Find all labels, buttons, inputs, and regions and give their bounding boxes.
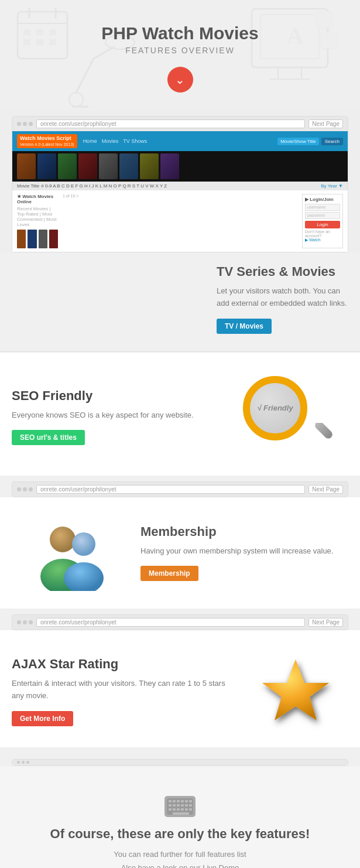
- svg-rect-42: [189, 804, 192, 807]
- mem-dot-2: [23, 487, 27, 491]
- wm-nav: Watch Movies ScriptVersion 4.0 (Latest N…: [12, 131, 348, 151]
- login-title: ▶ Login/Join: [305, 197, 340, 202]
- nav-tvshows: TV Shows: [123, 138, 147, 144]
- alphabet-filter: By Year ▼: [321, 183, 343, 189]
- ajax-image: [243, 654, 348, 730]
- svg-rect-44: [173, 808, 176, 811]
- membership-next-page: Next Page: [308, 485, 343, 494]
- svg-rect-31: [169, 800, 172, 802]
- ajax-browser-bar: onrete.com/user/prophilonyet Next Page: [12, 615, 348, 630]
- watch-link: ▶ Watch: [305, 238, 340, 242]
- movie-thumb-7: [140, 153, 159, 179]
- membership-browser-mockup: onrete.com/user/prophilonyet Next Page: [12, 481, 348, 497]
- svg-point-10: [69, 93, 83, 107]
- svg-rect-49: [173, 812, 189, 815]
- password-field: password: [305, 212, 340, 219]
- ajax-dot-3: [29, 620, 33, 624]
- wm-search-btn: Search: [321, 138, 343, 145]
- browser-dot-1: [17, 122, 21, 126]
- membership-browser-url: onrete.com/user/prophilonyet: [36, 485, 305, 494]
- membership-text: Membership Having your own membership sy…: [140, 524, 348, 582]
- mem-dot-1: [17, 487, 21, 491]
- username-field: username: [305, 204, 340, 211]
- svg-rect-40: [181, 804, 184, 807]
- keyboard-icon: [164, 795, 196, 818]
- svg-point-24: [50, 527, 76, 552]
- login-box: ▶ Login/Join username password Login Don…: [302, 194, 343, 248]
- browser-bottom-area: ★ Watch Movies Online Recent Movies | To…: [12, 190, 348, 252]
- browser-next-page: Next Page: [308, 119, 343, 128]
- magnifier-text: √ Friendly: [257, 404, 293, 412]
- browser-url-bar: onrete.com/user/prophilonyet: [36, 119, 305, 128]
- membership-section: Membership Having your own membership sy…: [0, 497, 360, 609]
- small-thumb-3: [39, 230, 47, 248]
- nav-home: Home: [83, 138, 97, 144]
- alphabet-chars: # 0-9 A B C D E F G H I J K L M N O P Q …: [41, 183, 167, 189]
- mem-dot-3: [29, 487, 33, 491]
- membership-browser-band: onrete.com/user/prophilonyet Next Page: [0, 476, 360, 497]
- tv-browser-mockup: onrete.com/user/prophilonyet Next Page W…: [12, 116, 348, 252]
- browser-main: 1 of 10 >: [63, 194, 297, 248]
- movie-thumb-4: [78, 153, 97, 179]
- ajax-dot-1: [17, 620, 21, 624]
- svg-marker-28: [262, 659, 329, 720]
- membership-button[interactable]: Membership: [140, 566, 198, 581]
- membership-image: [12, 515, 129, 591]
- footer-line1: You can read further for full features l…: [12, 848, 348, 861]
- svg-rect-34: [181, 800, 184, 802]
- recent-movies-label: Recent Movies | Top Rated | Most Comment…: [17, 206, 58, 227]
- ajax-dot-2: [23, 620, 27, 624]
- movie-thumb-8: [160, 153, 179, 179]
- seo-title: SEO Friendly: [12, 388, 220, 404]
- wm-search-area: Movie/Show Title Search: [277, 138, 343, 145]
- f-dot-2: [22, 761, 25, 764]
- svg-rect-38: [173, 804, 176, 807]
- ajax-section: AJAX Star Rating Entertain & interact wi…: [0, 630, 360, 747]
- footer-dots: [17, 761, 29, 764]
- scroll-down-button[interactable]: ⌄: [167, 67, 193, 93]
- get-more-info-button[interactable]: Get More Info: [12, 711, 73, 726]
- tv-movies-button[interactable]: TV / Movies: [217, 319, 272, 334]
- svg-rect-43: [169, 808, 172, 811]
- ajax-browser-band: onrete.com/user/prophilonyet Next Page: [0, 609, 360, 630]
- svg-rect-37: [169, 804, 172, 807]
- ajax-next-page: Next Page: [308, 618, 343, 627]
- svg-point-26: [72, 532, 95, 556]
- seo-image: √ Friendly: [231, 376, 348, 458]
- small-thumb-1: [17, 230, 26, 248]
- svg-rect-32: [173, 800, 176, 802]
- svg-rect-33: [177, 800, 180, 802]
- browser-dot-2: [23, 122, 27, 126]
- svg-rect-46: [181, 808, 184, 811]
- alphabet-row: Movie Title # 0-9 A B C D E F G H I J K …: [12, 182, 348, 190]
- movie-thumb-5: [99, 153, 118, 179]
- pagination-label: 1 of 10 >: [63, 194, 297, 198]
- hero-title: PHP Watch Movies: [12, 23, 348, 43]
- movie-thumbnails-row: [12, 151, 348, 182]
- small-thumbs: [17, 230, 58, 248]
- svg-rect-36: [189, 800, 192, 802]
- browser-dot-3: [29, 122, 33, 126]
- hero-bg-decoration: A: [0, 0, 360, 110]
- membership-desc: Having your own membership system will i…: [140, 545, 348, 558]
- browser-sidebar: ★ Watch Movies Online Recent Movies | To…: [17, 194, 58, 248]
- keyboard-icon-container: [12, 795, 348, 818]
- footer-spacer: [0, 747, 360, 766]
- hero-section: A PHP Watch Movies FEATURES OVERVIEW ⌄: [0, 0, 360, 110]
- movie-thumb-3: [58, 153, 77, 179]
- gold-star-icon: [258, 654, 334, 730]
- movie-thumb-6: [119, 153, 138, 179]
- svg-rect-48: [189, 808, 192, 811]
- ajax-browser-mockup: onrete.com/user/prophilonyet Next Page: [12, 614, 348, 630]
- footer-browser-strip: [12, 759, 348, 766]
- tv-feature-section: TV Series & Movies Let your visitors wat…: [0, 252, 360, 351]
- svg-line-11: [76, 59, 94, 93]
- tv-feature-title: TV Series & Movies: [217, 264, 348, 279]
- seo-button[interactable]: SEO url's & titles: [12, 430, 85, 445]
- small-thumb-2: [28, 230, 36, 248]
- browser-dots: [17, 122, 33, 126]
- footer-line2: Also have a look on our Live Demo: [12, 861, 348, 868]
- browser-toolbar: onrete.com/user/prophilonyet Next Page: [12, 117, 348, 131]
- website-preview: Watch Movies ScriptVersion 4.0 (Latest N…: [12, 131, 348, 252]
- ajax-browser-dots: [17, 620, 33, 624]
